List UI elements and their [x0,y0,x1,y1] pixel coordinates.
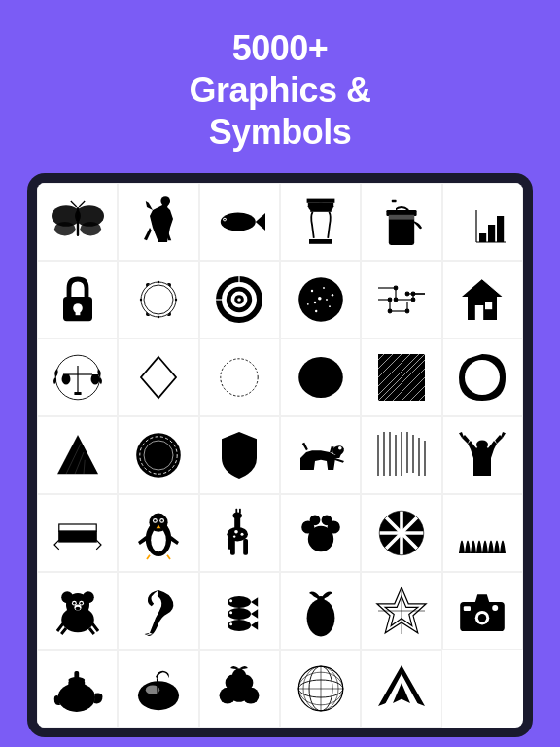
svg-marker-161 [251,597,258,607]
grid-cell-dog [280,416,361,494]
grid-cell-mesh-circle [280,650,361,728]
grid-cell-teapot [37,650,118,728]
headline: 5000+ Graphics & Symbols [189,27,370,154]
svg-rect-131 [244,539,249,555]
svg-rect-30 [75,308,80,315]
svg-point-156 [73,602,75,604]
svg-point-47 [329,305,331,307]
grid-cell-camera [442,572,523,650]
svg-point-49 [307,303,309,305]
grid-cell-circuit [361,261,441,338]
svg-point-136 [235,530,239,534]
svg-point-32 [144,285,173,314]
grid-cell-wreath-circle [118,261,198,338]
svg-point-31 [141,282,176,317]
grid-cell-paw [280,494,361,572]
svg-point-137 [241,533,244,536]
svg-point-178 [478,614,486,622]
svg-rect-25 [479,233,486,242]
svg-point-168 [229,622,232,625]
svg-point-36 [175,298,177,300]
svg-point-70 [411,298,415,302]
svg-point-50 [318,297,322,301]
svg-rect-135 [239,509,241,514]
grid-cell-triangle [37,416,118,494]
grid-cell-diamond [118,338,198,416]
svg-rect-13 [310,207,332,212]
grid-cell-fruits [199,650,280,728]
grid-cell-shrimp [118,572,198,650]
svg-point-2 [54,222,76,235]
grid-cell-shield [199,416,280,494]
grid-cell-grass [442,494,523,572]
svg-rect-73 [485,302,492,309]
grid-cell-eggplant [280,572,361,650]
svg-point-46 [331,294,332,296]
svg-point-100 [136,433,181,478]
svg-point-52 [313,301,315,302]
grid-cell-scales [37,338,118,416]
svg-point-126 [160,519,162,521]
svg-point-193 [232,669,246,683]
svg-rect-20 [392,201,396,210]
svg-rect-117 [58,524,95,531]
grid-cell-paint-can [361,183,441,261]
svg-rect-134 [236,509,238,514]
svg-point-48 [315,309,317,311]
grid-cell-butterfly [37,183,118,261]
svg-point-115 [479,446,486,451]
grid-cell-meat [118,650,198,728]
svg-point-104 [338,446,342,450]
grid-cell-dotted-circle [199,338,280,416]
svg-point-122 [149,513,167,531]
svg-point-44 [310,289,312,291]
grid-cell-arrow-geometric [361,650,441,728]
grid-cell-geometric-star [361,572,441,650]
svg-marker-164 [251,609,258,619]
svg-point-125 [154,519,156,521]
svg-point-138 [233,535,235,537]
grid-cell-badge-circle [118,416,198,494]
svg-point-68 [405,292,409,296]
svg-point-66 [388,309,392,313]
svg-point-7 [160,196,170,206]
svg-point-45 [323,287,325,289]
grid-cell-horse [118,183,198,261]
svg-point-162 [229,599,232,602]
svg-point-63 [394,286,398,290]
svg-point-67 [405,309,409,313]
svg-point-143 [321,515,332,525]
svg-rect-184 [74,671,79,680]
svg-point-179 [493,605,499,611]
grid-cell-house [442,261,523,338]
grid-cell-column [280,183,361,261]
grid-cell-partial-circle [442,338,523,416]
svg-rect-180 [464,606,471,611]
svg-point-11 [224,218,226,220]
grid-cell-giraffe [199,494,280,572]
svg-point-165 [229,611,232,614]
grid-cell-chart [442,183,523,261]
svg-point-33 [158,280,159,282]
grid-cell-fish [199,183,280,261]
svg-point-65 [388,298,392,302]
svg-rect-78 [74,392,81,395]
svg-rect-22 [389,214,414,219]
grid-cell-bear [37,572,118,650]
grid-cell-lock [37,261,118,338]
svg-rect-24 [497,216,504,242]
svg-marker-95 [57,435,98,474]
header: 5000+ Graphics & Symbols [169,0,390,173]
svg-point-17 [328,205,332,210]
tablet-frame [27,173,533,737]
svg-point-142 [309,515,320,525]
grid-cell-black-blob [280,338,361,416]
svg-rect-21 [392,199,397,201]
grid-cell-striped-circle [361,494,441,572]
svg-rect-72 [475,305,483,320]
svg-point-152 [61,591,73,603]
grid-cell-hatching [361,416,441,494]
svg-point-170 [317,596,324,602]
svg-point-159 [75,607,80,611]
svg-point-157 [80,602,82,604]
